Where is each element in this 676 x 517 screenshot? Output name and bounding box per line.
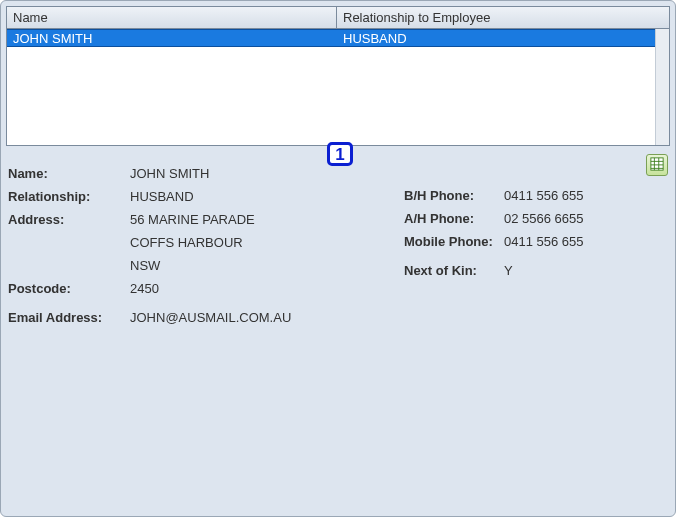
cell-relationship: HUSBAND — [337, 30, 655, 46]
value-name: JOHN SMITH — [130, 162, 291, 185]
emergency-contacts-panel: Name Relationship to Employee JOHN SMITH… — [0, 0, 676, 517]
label-mobile-phone: Mobile Phone: — [404, 230, 504, 253]
details-section: 1 Name: JOHN SMITH — [6, 146, 670, 329]
value-postcode: 2450 — [130, 277, 291, 300]
column-header-name[interactable]: Name — [7, 7, 337, 28]
grid-body: JOHN SMITH HUSBAND — [7, 29, 655, 145]
label-relationship: Relationship: — [8, 185, 130, 208]
annotation-callout: 1 — [327, 142, 353, 166]
value-ah-phone: 02 5566 6655 — [504, 207, 584, 230]
label-address: Address: — [8, 208, 130, 231]
export-excel-button[interactable] — [646, 154, 668, 176]
label-email: Email Address: — [8, 306, 130, 329]
vertical-scrollbar[interactable] — [655, 29, 669, 145]
label-ah-phone: A/H Phone: — [404, 207, 504, 230]
contacts-grid: Name Relationship to Employee JOHN SMITH… — [6, 6, 670, 146]
label-bh-phone: B/H Phone: — [404, 184, 504, 207]
value-mobile-phone: 0411 556 655 — [504, 230, 584, 253]
value-address-line1: 56 MARINE PARADE — [130, 208, 291, 231]
value-address-line3: NSW — [130, 254, 291, 277]
column-header-relationship[interactable]: Relationship to Employee — [337, 7, 669, 28]
cell-name: JOHN SMITH — [7, 30, 337, 46]
value-next-of-kin: Y — [504, 259, 584, 282]
value-bh-phone: 0411 556 655 — [504, 184, 584, 207]
value-email: JOHN@AUSMAIL.COM.AU — [130, 306, 291, 329]
value-address-line2: COFFS HARBOUR — [130, 231, 291, 254]
grid-header: Name Relationship to Employee — [7, 7, 669, 29]
label-name: Name: — [8, 162, 130, 185]
value-relationship: HUSBAND — [130, 185, 291, 208]
label-next-of-kin: Next of Kin: — [404, 259, 504, 282]
table-row[interactable]: JOHN SMITH HUSBAND — [7, 29, 655, 47]
spreadsheet-icon — [650, 157, 664, 174]
label-postcode: Postcode: — [8, 277, 130, 300]
